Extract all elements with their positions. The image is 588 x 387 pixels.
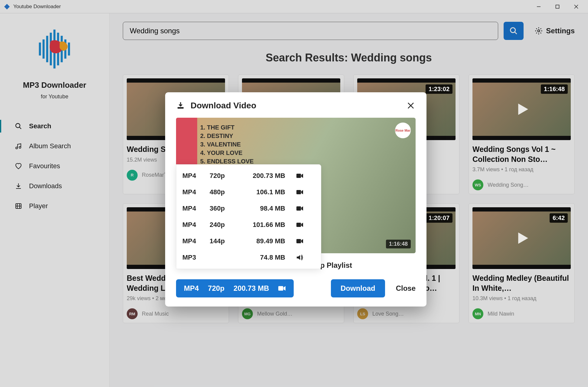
selected-res: 720p — [208, 284, 224, 293]
format-size: 74.8 MB — [237, 254, 285, 261]
format-res: 360p — [210, 205, 237, 212]
format-option[interactable]: MP4 720p 200.73 MB — [176, 168, 321, 184]
thumb-duration: 1:16:48 — [386, 240, 411, 248]
svg-marker-32 — [518, 232, 528, 244]
format-type: MP4 — [182, 188, 210, 196]
format-type: MP3 — [182, 254, 210, 261]
card-duration: 1:16:48 — [541, 84, 568, 94]
card-duration: 1:20:07 — [426, 213, 452, 223]
format-res: 480p — [210, 188, 237, 196]
video-icon — [285, 189, 303, 195]
format-option[interactable]: MP4 480p 106.1 MB — [176, 184, 321, 200]
video-icon — [285, 238, 303, 244]
svg-marker-43 — [301, 223, 303, 227]
format-res: 720p — [210, 172, 237, 180]
selected-fmt: MP4 — [184, 284, 199, 293]
format-res: 240p — [210, 221, 237, 229]
svg-marker-37 — [301, 174, 303, 178]
download-modal: Download Video SONGS 1. THE GIFT2. DESTI… — [165, 92, 426, 307]
format-option[interactable]: MP3 74.8 MB — [176, 249, 321, 266]
format-type: MP4 — [182, 172, 210, 180]
format-type: MP4 — [182, 205, 210, 212]
card-duration: 1:23:02 — [426, 84, 452, 94]
video-icon — [285, 173, 303, 179]
video-icon — [285, 222, 303, 228]
svg-marker-46 — [297, 255, 300, 260]
modal-body: SONGS 1. THE GIFT2. DESTINY3. VALENTINE4… — [176, 118, 416, 270]
modal-header: Download Video — [176, 101, 416, 110]
svg-marker-39 — [301, 190, 303, 194]
download-icon — [176, 101, 185, 110]
svg-marker-28 — [518, 103, 528, 115]
format-size: 101.66 MB — [237, 221, 285, 229]
audio-icon — [285, 254, 303, 261]
format-size: 89.49 MB — [237, 237, 285, 245]
svg-rect-44 — [296, 239, 301, 243]
video-icon — [285, 206, 303, 211]
format-list: MP4 720p 200.73 MB MP4 480p 106.1 MB MP4… — [176, 164, 321, 269]
svg-rect-47 — [279, 286, 283, 290]
format-option[interactable]: MP4 144p 89.49 MB — [176, 233, 321, 249]
svg-rect-42 — [296, 223, 301, 227]
svg-marker-45 — [301, 239, 303, 243]
format-size: 106.1 MB — [237, 188, 285, 196]
selected-format-pill[interactable]: MP4 720p 200.73 MB — [176, 279, 294, 297]
modal-close-button[interactable] — [406, 101, 416, 110]
thumb-badge: Rose Mar — [395, 123, 411, 138]
format-res: 144p — [210, 237, 237, 245]
svg-marker-48 — [284, 286, 286, 290]
download-button[interactable]: Download — [331, 279, 385, 297]
svg-rect-38 — [296, 190, 301, 194]
modal-title: Download Video — [191, 101, 256, 110]
format-size: 98.4 MB — [237, 205, 285, 212]
modal-actions: MP4 720p 200.73 MB Download Close — [176, 279, 416, 297]
svg-rect-36 — [296, 174, 301, 178]
close-button[interactable]: Close — [396, 284, 416, 293]
card-duration: 6:42 — [550, 213, 568, 223]
format-type: MP4 — [182, 237, 210, 245]
svg-rect-33 — [178, 107, 184, 109]
selected-size: 200.73 MB — [234, 284, 269, 293]
format-option[interactable]: MP4 360p 98.4 MB — [176, 200, 321, 217]
video-icon — [278, 285, 286, 291]
format-type: MP4 — [182, 221, 210, 229]
svg-rect-40 — [296, 206, 301, 211]
format-option[interactable]: MP4 240p 101.66 MB — [176, 217, 321, 233]
format-size: 200.73 MB — [237, 172, 285, 180]
svg-marker-41 — [301, 206, 303, 211]
